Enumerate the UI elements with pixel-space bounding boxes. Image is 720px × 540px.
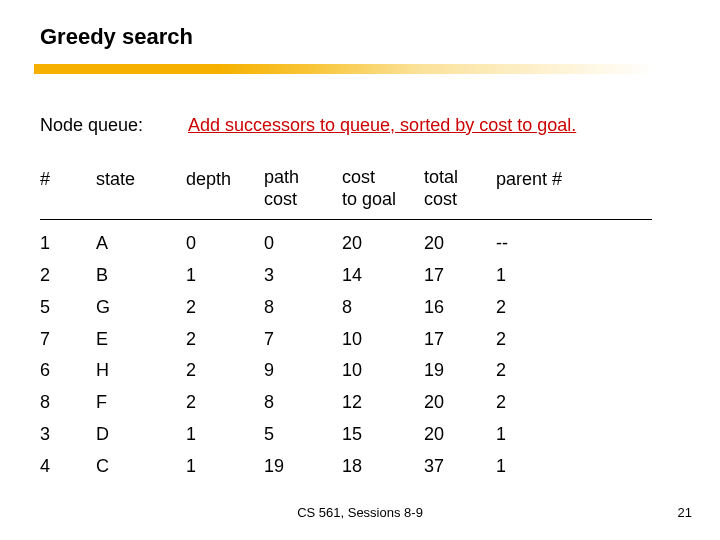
table-cell: F	[96, 389, 186, 417]
table-cell: 1	[186, 453, 264, 481]
table-cell: 19	[264, 453, 342, 481]
table-cell: 3	[40, 421, 96, 449]
table-cell: 5	[264, 421, 342, 449]
table-cell: 5	[40, 294, 96, 322]
col-total-cost: total cost	[424, 166, 496, 211]
table-cell: 7	[40, 326, 96, 354]
queue-table: # state depth path cost cost to goal tot…	[40, 166, 680, 481]
footer-center: CS 561, Sessions 8-9	[297, 505, 423, 520]
table-cell: 4	[40, 453, 96, 481]
table-cell: B	[96, 262, 186, 290]
table-cell: 8	[264, 294, 342, 322]
table-cell: 15	[342, 421, 424, 449]
table-cell: 2	[496, 326, 616, 354]
table-cell: C	[96, 453, 186, 481]
col-path-cost-l1: path	[264, 167, 299, 187]
table-cell: 3	[264, 262, 342, 290]
intro-text: Add successors to queue, sorted by cost …	[188, 112, 576, 140]
table-cell: 14	[342, 262, 424, 290]
table-cell: 1	[186, 262, 264, 290]
intro-label: Node queue:	[40, 112, 160, 140]
table-cell: 1	[496, 421, 616, 449]
slide-number: 21	[678, 505, 692, 520]
table-cell: 2	[186, 389, 264, 417]
table-cell: 8	[264, 389, 342, 417]
slide: Greedy search Node queue: Add successors…	[0, 0, 720, 540]
table-cell: 20	[424, 389, 496, 417]
table-cell: 20	[424, 230, 496, 258]
table-cell: 20	[424, 421, 496, 449]
table-cell: E	[96, 326, 186, 354]
table-cell: 19	[424, 357, 496, 385]
table-cell: --	[496, 230, 616, 258]
table-cell: H	[96, 357, 186, 385]
table-cell: 16	[424, 294, 496, 322]
table-cell: D	[96, 421, 186, 449]
table-cell: 1	[496, 453, 616, 481]
col-num: #	[40, 166, 96, 211]
slide-title: Greedy search	[40, 24, 193, 50]
table-cell: G	[96, 294, 186, 322]
col-path-cost: path cost	[264, 166, 342, 211]
table-cell: 2	[186, 326, 264, 354]
col-total-cost-l1: total	[424, 167, 458, 187]
table-cell: 2	[186, 357, 264, 385]
col-path-cost-l2: cost	[264, 189, 297, 209]
table-cell: 17	[424, 326, 496, 354]
table-cell: 10	[342, 326, 424, 354]
table-cell: 6	[40, 357, 96, 385]
table-cell: 0	[264, 230, 342, 258]
slide-body: Node queue: Add successors to queue, sor…	[40, 112, 680, 481]
table-cell: 7	[264, 326, 342, 354]
col-cost-goal-l1: cost	[342, 167, 375, 187]
intro-line: Node queue: Add successors to queue, sor…	[40, 112, 680, 140]
table-cell: 0	[186, 230, 264, 258]
col-cost-goal-l2: to goal	[342, 189, 396, 209]
table-cell: A	[96, 230, 186, 258]
col-depth: depth	[186, 166, 264, 211]
table-cell: 18	[342, 453, 424, 481]
col-cost-goal: cost to goal	[342, 166, 424, 211]
table-cell: 8	[342, 294, 424, 322]
table-cell: 10	[342, 357, 424, 385]
table-cell: 17	[424, 262, 496, 290]
table-cell: 20	[342, 230, 424, 258]
table-cell: 2	[496, 389, 616, 417]
col-state: state	[96, 166, 186, 211]
table-cell: 2	[496, 357, 616, 385]
table-cell: 1	[40, 230, 96, 258]
table-cell: 1	[186, 421, 264, 449]
table-cell: 2	[186, 294, 264, 322]
table-cell: 2	[40, 262, 96, 290]
title-underline	[34, 64, 656, 74]
table-cell: 37	[424, 453, 496, 481]
table-cell: 12	[342, 389, 424, 417]
table-cell: 9	[264, 357, 342, 385]
table-cell: 8	[40, 389, 96, 417]
col-parent: parent #	[496, 166, 616, 211]
col-total-cost-l2: cost	[424, 189, 457, 209]
table-cell: 2	[496, 294, 616, 322]
table-cell: 1	[496, 262, 616, 290]
table-divider	[40, 219, 652, 220]
